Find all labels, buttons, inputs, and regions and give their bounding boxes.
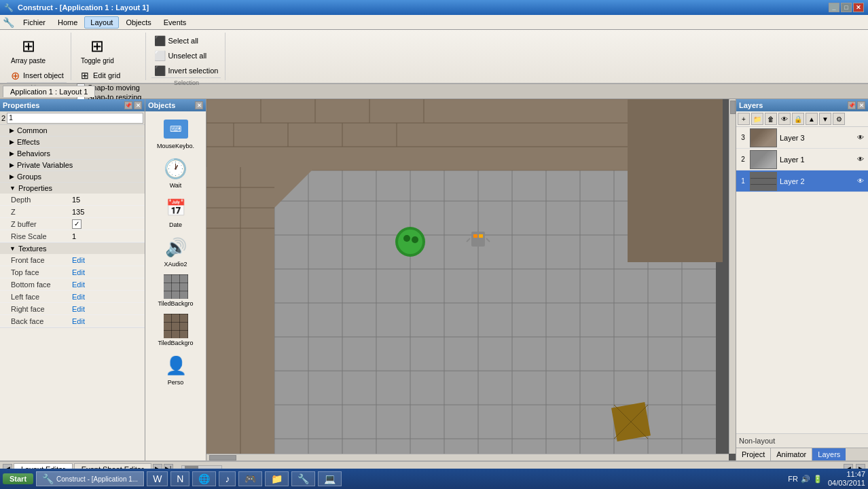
- section-properties-header[interactable]: ▼ Properties: [0, 183, 145, 194]
- prop-top-face-value[interactable]: Edit: [72, 268, 142, 276]
- layer-add-button[interactable]: +: [738, 113, 750, 125]
- svg-point-46: [412, 236, 418, 243]
- doc-tab-layout1[interactable]: Application 1 : Layout 1: [3, 86, 95, 97]
- menu-item-events[interactable]: Events: [158, 17, 192, 28]
- section-behaviors-header[interactable]: ▶ Behaviors: [0, 148, 145, 159]
- taskbar-btn-construct[interactable]: 🔧 Construct - [Application 1...: [36, 471, 144, 486]
- object-item-wait[interactable]: 🕐 Wait: [152, 153, 200, 190]
- insert-object-button[interactable]: ⊕ Insert object: [7, 69, 67, 82]
- layers-panel-pin[interactable]: 📌: [848, 101, 856, 109]
- object-item-date[interactable]: 📅 Date: [152, 193, 200, 230]
- layers-panel-controls: 📌 ✕: [848, 101, 865, 109]
- array-paste-icon: ⊞: [22, 37, 35, 56]
- taskbar-btn-game[interactable]: 🎮: [238, 471, 262, 486]
- layer-folder-button[interactable]: 📁: [751, 113, 763, 125]
- layer-settings-button[interactable]: ⚙: [833, 113, 845, 125]
- layer-1-eye-icon[interactable]: 👁: [856, 155, 865, 164]
- objects-panel-header: Objects ✕: [145, 99, 206, 111]
- canvas-hscroll-thumb[interactable]: [209, 455, 236, 460]
- invert-selection-button[interactable]: ⬛ Invert selection: [151, 64, 221, 77]
- canvas-horizontal-scrollbar[interactable]: [206, 454, 729, 460]
- prop-bottom-face-value[interactable]: Edit: [72, 280, 142, 289]
- layout-canvas[interactable]: [206, 99, 736, 460]
- minimize-button[interactable]: _: [829, 3, 839, 12]
- section-common-label: Common: [17, 126, 48, 134]
- toggle-grid-button[interactable]: ⊞ Toggle grid: [77, 34, 118, 67]
- taskbar-btn-n[interactable]: N: [170, 471, 189, 486]
- taskbar-btn-explorer[interactable]: 📁: [265, 471, 289, 486]
- canvas-vscroll-thumb[interactable]: [730, 101, 736, 114]
- layers-panel-close[interactable]: ✕: [857, 101, 865, 109]
- prop-zbuffer-checkbox[interactable]: ✓: [72, 219, 82, 229]
- object-icon-perso: 👤: [162, 352, 189, 379]
- properties-panel: Properties 📌 ✕ 2 ▶ Common ▶ Effect: [0, 99, 145, 460]
- menu-item-objects[interactable]: Objects: [120, 17, 156, 28]
- start-button[interactable]: Start: [3, 473, 33, 484]
- array-paste-button[interactable]: ⊞ Array paste: [7, 34, 50, 67]
- section-textures-header[interactable]: ▼ Textures: [0, 243, 145, 254]
- taskbar-btn-tools[interactable]: 🔧: [291, 471, 315, 486]
- menu-item-fichier[interactable]: Fichier: [18, 17, 51, 28]
- close-button[interactable]: ✕: [853, 3, 864, 12]
- properties-panel-header: Properties 📌 ✕: [0, 99, 145, 111]
- section-textures-arrow: ▼: [10, 245, 16, 252]
- layer-name-1: Layer 1: [780, 156, 853, 164]
- prop-left-face-value[interactable]: Edit: [72, 293, 142, 301]
- properties-search-input[interactable]: [7, 113, 143, 124]
- section-private-variables-header[interactable]: ▶ Private Variables: [0, 160, 145, 170]
- prop-right-face-value[interactable]: Edit: [72, 305, 142, 313]
- toggle-grid-icon: ⊞: [90, 37, 104, 56]
- menu-item-layout[interactable]: Layout: [84, 16, 119, 29]
- prop-depth-value: 15: [72, 196, 142, 204]
- properties-panel-pin[interactable]: 📌: [124, 101, 132, 109]
- layer-3-eye-icon[interactable]: 👁: [856, 133, 865, 143]
- unselect-all-button[interactable]: ⬜ Unselect all: [151, 49, 221, 62]
- layer-2-icons: 👁: [856, 177, 865, 186]
- object-icon-tiledbg1: [162, 273, 189, 300]
- prop-back-face-value[interactable]: Edit: [72, 317, 142, 325]
- taskbar-btn-media[interactable]: ♪: [219, 471, 236, 486]
- layer-down-button[interactable]: ▼: [819, 113, 831, 125]
- section-textures-label: Textures: [18, 244, 47, 253]
- object-item-mousekeyboard[interactable]: ⌨ MouseKeybo.: [152, 114, 200, 151]
- taskbar-btn-dev[interactable]: 💻: [318, 471, 342, 486]
- edit-grid-button[interactable]: ⊞ Edit grid: [77, 69, 123, 82]
- objects-panel-close[interactable]: ✕: [195, 101, 203, 109]
- layer-item-1[interactable]: 2 Layer 1 👁: [736, 149, 868, 170]
- properties-panel-close[interactable]: ✕: [134, 101, 142, 109]
- svg-rect-42: [628, 99, 723, 262]
- section-common-header[interactable]: ▶ Common: [0, 125, 145, 136]
- maximize-button[interactable]: □: [841, 3, 852, 12]
- layer-thumb-1: [750, 150, 777, 169]
- object-item-perso[interactable]: 👤 Perso: [152, 350, 200, 387]
- object-item-tiledbg2[interactable]: TiledBackgro: [152, 311, 200, 348]
- canvas-vertical-scrollbar[interactable]: [729, 99, 736, 454]
- section-common: ▶ Common: [0, 125, 145, 137]
- prop-front-face-value[interactable]: Edit: [72, 256, 142, 264]
- tab-layers[interactable]: Layers: [812, 448, 846, 460]
- object-item-xaudio2[interactable]: 🔊 XAudio2: [152, 232, 200, 269]
- canvas-area[interactable]: [206, 99, 736, 460]
- layer-eye-button[interactable]: 👁: [778, 113, 791, 125]
- layer-2-eye-icon[interactable]: 👁: [856, 177, 865, 186]
- svg-point-45: [403, 235, 410, 242]
- tab-animator[interactable]: Animator: [771, 448, 812, 460]
- object-item-tiledbg1[interactable]: TiledBackgro: [152, 272, 200, 308]
- layer-lock-button[interactable]: 🔒: [792, 113, 804, 125]
- object-label-mousekeyboard: MouseKeybo.: [157, 143, 194, 149]
- section-groups-header[interactable]: ▶ Groups: [0, 171, 145, 182]
- taskbar-btn-browser[interactable]: 🌐: [192, 471, 216, 486]
- layer-up-button[interactable]: ▲: [806, 113, 818, 125]
- layer-item-3[interactable]: 3 Layer 3 👁: [736, 127, 868, 149]
- svg-rect-48: [473, 234, 477, 238]
- section-effects-header[interactable]: ▶ Effects: [0, 137, 145, 147]
- taskbar-btn-word[interactable]: W: [147, 471, 168, 486]
- menu-item-home[interactable]: Home: [52, 17, 83, 28]
- layer-delete-button[interactable]: 🗑: [765, 113, 777, 125]
- title-bar-controls: _ □ ✕: [829, 3, 864, 12]
- layer-item-2[interactable]: 1 Layer 2 👁: [736, 170, 868, 192]
- tab-project[interactable]: Project: [736, 448, 771, 460]
- select-all-button[interactable]: ⬛ Select all: [151, 34, 221, 48]
- keyboard-icon: ⌨: [164, 120, 188, 139]
- properties-content: ▶ Common ▶ Effects ▶ Behaviors: [0, 125, 145, 460]
